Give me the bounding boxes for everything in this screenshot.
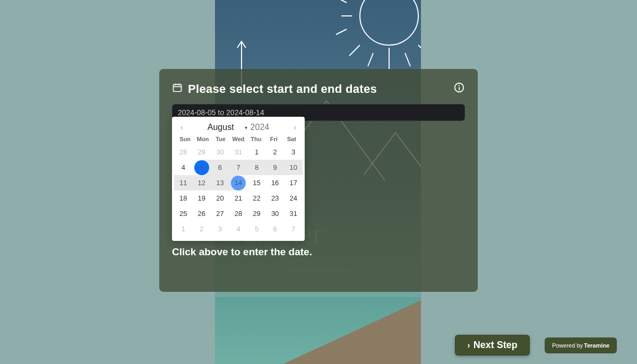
calendar-day[interactable]: 31 (284, 206, 303, 221)
calendar-day[interactable]: 29 (247, 206, 266, 221)
year-label[interactable]: 2024 (251, 123, 270, 132)
calendar-day[interactable]: 1 (247, 144, 266, 160)
calendar-day[interactable]: 8 (247, 160, 266, 175)
calendar-day[interactable]: 17 (284, 175, 303, 190)
calendar-day[interactable]: 13 (211, 175, 229, 190)
calendar-day[interactable]: 28 (174, 144, 193, 160)
date-range-value: 2024-08-05 to 2024-08-14 (178, 108, 264, 117)
next-month-button[interactable]: › (290, 122, 299, 133)
calendar-day[interactable]: 24 (284, 190, 303, 206)
month-select[interactable]: August ▾ (208, 123, 247, 132)
svg-point-0 (360, 0, 418, 45)
info-icon[interactable] (453, 82, 465, 97)
svg-line-9 (336, 0, 347, 3)
calendar-icon (172, 82, 183, 96)
next-step-button[interactable]: › Next Step (455, 335, 530, 356)
svg-rect-18 (459, 87, 460, 90)
calendar-day[interactable]: 30 (266, 206, 285, 221)
powered-by-link[interactable]: Powered by Teramine (545, 337, 617, 353)
calendar-day[interactable]: 23 (266, 190, 285, 206)
calendar-day[interactable]: 29 (193, 144, 211, 160)
calendar-day[interactable]: 30 (211, 144, 229, 160)
calendar-day[interactable]: 6 (266, 221, 285, 237)
calendar-day[interactable]: 10 (284, 160, 303, 175)
helper-text: Click above to enter the date. (172, 246, 312, 258)
calendar-day[interactable]: 25 (174, 206, 193, 221)
calendar-day[interactable]: 5 (193, 160, 211, 175)
calendar-day[interactable]: 2 (266, 144, 285, 160)
prev-month-button[interactable]: ‹ (177, 122, 186, 133)
calendar-day[interactable]: 4 (174, 160, 193, 175)
calendar-day[interactable]: 26 (193, 206, 211, 221)
calendar-day[interactable]: 4 (229, 221, 248, 237)
dock-illustration (283, 300, 421, 364)
calendar-day[interactable]: 15 (247, 175, 266, 190)
calendar-day[interactable]: 7 (229, 160, 248, 175)
svg-line-10 (336, 29, 347, 34)
calendar-day[interactable]: 2 (193, 221, 211, 237)
calendar-day[interactable]: 9 (266, 160, 285, 175)
day-of-week-row: SunMonTueWedThuFriSat (174, 135, 303, 144)
calendar-day[interactable]: 14 (229, 175, 248, 190)
calendar-day[interactable]: 19 (193, 190, 211, 206)
calendar-day[interactable]: 22 (247, 190, 266, 206)
powered-prefix: Powered by (552, 342, 583, 349)
calendar-day[interactable]: 1 (174, 221, 193, 237)
chevron-down-icon: ▾ (245, 125, 247, 131)
calendar-day[interactable]: 5 (247, 221, 266, 237)
powered-brand: Teramine (584, 342, 609, 349)
svg-rect-12 (174, 84, 182, 91)
calendar-day[interactable]: 7 (284, 221, 303, 237)
calendar-day[interactable]: 3 (284, 144, 303, 160)
calendar-day[interactable]: 12 (193, 175, 211, 190)
calendar-day[interactable]: 6 (211, 160, 229, 175)
calendar-popup: ‹ August ▾ 2024 › SunMonTueWedThuFriSat … (172, 117, 305, 241)
calendar-day[interactable]: 28 (229, 206, 248, 221)
chevron-right-icon: › (467, 341, 470, 350)
calendar-day[interactable]: 20 (211, 190, 229, 206)
calendar-day[interactable]: 27 (211, 206, 229, 221)
calendar-day[interactable]: 21 (229, 190, 248, 206)
calendar-day[interactable]: 16 (266, 175, 285, 190)
calendar-day[interactable]: 31 (229, 144, 248, 160)
svg-point-17 (459, 85, 460, 86)
calendar-day[interactable]: 18 (174, 190, 193, 206)
panel-title: Please select start and end dates (188, 82, 377, 96)
month-label: August (208, 123, 234, 132)
calendar-day[interactable]: 11 (174, 175, 193, 190)
next-step-label: Next Step (474, 340, 518, 351)
calendar-day[interactable]: 3 (211, 221, 229, 237)
